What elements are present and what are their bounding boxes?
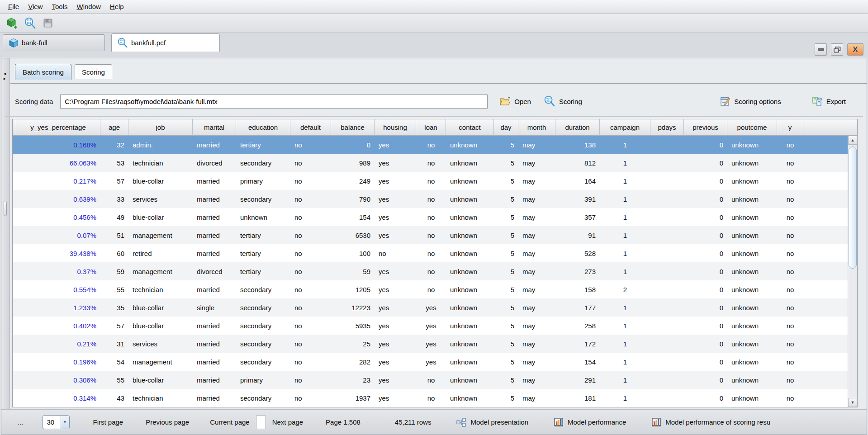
table-cell: 0.314% (16, 394, 100, 402)
table-row[interactable]: 1.233%35blue-collarsinglesecondaryno1222… (13, 298, 848, 317)
menu-file[interactable]: File (4, 1, 24, 12)
menu-view[interactable]: View (24, 1, 47, 12)
table-row[interactable]: 0.456%49blue-collarmarriedunknownno154ye… (13, 208, 848, 226)
first-page-button[interactable]: First page (93, 418, 123, 426)
restore-icon (834, 47, 841, 53)
table-row[interactable]: 0.37%59managementdivorcedtertiaryno59yes… (13, 262, 848, 280)
model-performance-button[interactable]: Model performance (554, 418, 626, 427)
new-model-button[interactable] (5, 17, 18, 29)
table-cell: 0.168% (16, 141, 100, 149)
table-row[interactable]: 0.168%32admin.marriedtertiaryno0yesnounk… (13, 136, 848, 154)
splitter-handle[interactable] (4, 201, 7, 216)
table-cell: yes (375, 358, 416, 366)
table-row[interactable]: 0.639%33servicesmarriedsecondaryno790yes… (13, 190, 848, 208)
minimize-button[interactable] (815, 43, 827, 56)
table-cell: no (416, 250, 446, 257)
table-cell: 0 (684, 159, 727, 167)
column-header-job[interactable]: job (128, 119, 193, 136)
table-row[interactable]: 0.21%31servicesmarriedsecondaryno25yesye… (13, 335, 848, 353)
table-cell: blue-collar (128, 322, 193, 330)
column-header-month[interactable]: month (518, 119, 555, 136)
scoring-data-path-input[interactable] (60, 95, 488, 109)
column-header-y[interactable]: y (777, 119, 803, 136)
column-header-balance[interactable]: balance (331, 119, 375, 136)
collapse-left-icon[interactable]: ◄ (3, 72, 7, 76)
expand-right-icon[interactable]: ► (3, 77, 7, 81)
table-row[interactable]: 66.063%53techniciandivorcedsecondaryno98… (13, 154, 848, 172)
table-cell: unknown (446, 195, 494, 203)
table-cell: tertiary (236, 232, 290, 239)
menu-window[interactable]: Window (72, 1, 105, 12)
table-row[interactable]: 0.314%43technicianmarriedsecondaryno1937… (13, 389, 848, 407)
column-header-y_yes_percentage[interactable]: y_yes_percentage (16, 119, 100, 136)
chevron-down-icon[interactable]: ▼ (61, 416, 69, 429)
open-button[interactable]: Open (499, 97, 531, 106)
table-cell: 5 (494, 232, 518, 239)
column-header-contact[interactable]: contact (446, 119, 494, 136)
scoring-options-button[interactable]: Scoring options (720, 96, 781, 107)
left-collapse-strip: ◄ ► (1, 58, 10, 409)
column-header-loan[interactable]: loan (416, 119, 446, 136)
restore-button[interactable] (831, 43, 843, 56)
table-row[interactable]: 0.196%54managementmarriedsecondaryno282y… (13, 353, 848, 371)
vertical-scrollbar[interactable]: ▲ ▼ (848, 136, 857, 407)
header-filler (803, 119, 857, 136)
model-performance-scoring-button[interactable]: Model performance of scoring resu (651, 418, 770, 427)
column-header-campaign[interactable]: campaign (600, 119, 650, 136)
table-cell: 1205 (331, 286, 375, 293)
model-presentation-button[interactable]: Model presentation (456, 418, 528, 427)
page-size-select[interactable]: 30 ▼ (43, 415, 70, 429)
column-header-housing[interactable]: housing (375, 119, 416, 136)
menu-tools[interactable]: Tools (47, 1, 72, 12)
scrollbar-thumb[interactable] (849, 147, 857, 269)
scoring-toolbar-button[interactable]: 010 001 (24, 17, 36, 29)
table-cell: unknown (236, 213, 290, 221)
export-button[interactable]: Export (812, 96, 846, 107)
column-header-pdays[interactable]: pdays (650, 119, 684, 136)
table-cell: no (290, 268, 331, 275)
table-cell: 0 (684, 394, 727, 402)
table-cell: no (290, 322, 331, 330)
tab-batch-scoring[interactable]: Batch scoring (15, 64, 71, 80)
table-cell: 5 (494, 304, 518, 312)
column-header-day[interactable]: day (494, 119, 518, 136)
column-header-poutcome[interactable]: poutcome (727, 119, 777, 136)
table-row[interactable]: 0.554%55technicianmarriedsecondaryno1205… (13, 280, 848, 298)
table-row[interactable]: 0.217%57blue-collarmarriedprimaryno249ye… (13, 172, 848, 190)
column-header-education[interactable]: education (236, 119, 290, 136)
table-cell: technician (128, 394, 193, 402)
model-performance-label: Model performance (568, 418, 626, 426)
scroll-up-button[interactable]: ▲ (848, 136, 857, 145)
table-row[interactable]: 39.438%60retiredmarriedtertiaryno100nono… (13, 244, 848, 262)
table-row[interactable]: 0.402%57blue-collarmarriedsecondaryno593… (13, 317, 848, 335)
column-header-previous[interactable]: previous (684, 119, 727, 136)
column-header-default[interactable]: default (290, 119, 331, 136)
doc-tab-bankfull-pcf[interactable]: 010 001 bankfull.pcf (111, 33, 220, 52)
column-header-age[interactable]: age (100, 119, 128, 136)
current-page-input[interactable] (256, 416, 266, 429)
table-row[interactable]: 0.306%55blue-collarmarriedprimaryno23yes… (13, 371, 848, 389)
save-button[interactable] (42, 17, 54, 29)
menu-help[interactable]: Help (105, 1, 128, 12)
table-cell: 1937 (331, 394, 375, 402)
table-cell: may (518, 268, 555, 275)
tab-scoring[interactable]: Scoring (75, 64, 112, 79)
close-button[interactable]: X (847, 43, 863, 56)
doc-tab-bank-full[interactable]: bank-full (3, 34, 105, 51)
previous-page-button[interactable]: Previous page (146, 418, 189, 426)
column-header-marital[interactable]: marital (193, 119, 236, 136)
table-cell: unknown (446, 340, 494, 348)
column-header-duration[interactable]: duration (555, 119, 600, 136)
current-page-button[interactable]: Current page (210, 418, 250, 426)
table-row[interactable]: 0.07%51managementmarriedtertiaryno6530ye… (13, 226, 848, 244)
table-cell: 1 (600, 376, 650, 384)
next-page-button[interactable]: Next page (272, 418, 303, 426)
table-cell: 51 (100, 232, 128, 239)
table-cell: admin. (128, 141, 193, 149)
table-cell: may (518, 213, 555, 221)
scroll-down-button[interactable]: ▼ (848, 398, 857, 407)
save-disk-icon (43, 18, 53, 28)
scoring-button[interactable]: 010 001 Scoring (544, 95, 582, 107)
new-model-cube-icon (6, 17, 18, 29)
table-cell: unknown (727, 322, 777, 330)
